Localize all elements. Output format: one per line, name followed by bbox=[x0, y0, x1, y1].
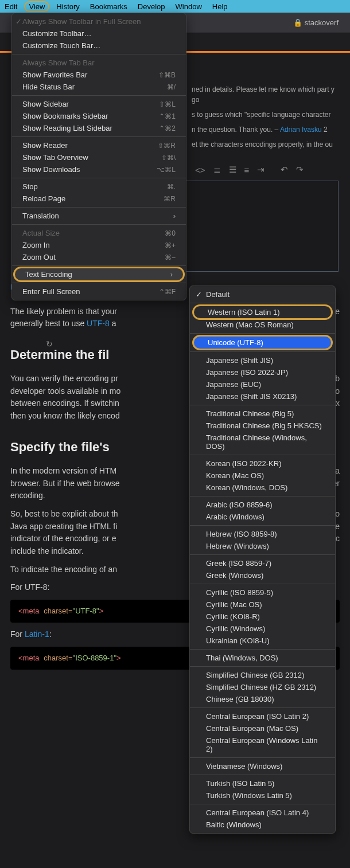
view-menu-show-downloads[interactable]: Show Downloads⌥⌘L bbox=[12, 163, 186, 175]
view-menu-hide-status-bar[interactable]: Hide Status Bar⌘/ bbox=[12, 81, 186, 93]
view-menu-stop[interactable]: Stop⌘. bbox=[12, 181, 186, 193]
encoding-traditional-chinese-big-5-[interactable]: Traditional Chinese (Big 5) bbox=[190, 408, 335, 420]
menu-bookmarks[interactable]: Bookmarks bbox=[90, 2, 127, 11]
encoding-greek-windows-[interactable]: Greek (Windows) bbox=[190, 569, 335, 581]
encoding-traditional-chinese-big-5-hkscs-[interactable]: Traditional Chinese (Big 5 HKSCS) bbox=[190, 420, 335, 432]
view-menu-customize-touch-bar-[interactable]: Customize Touch Bar… bbox=[12, 40, 186, 52]
encoding-western-iso-latin-1-[interactable]: Western (ISO Latin 1) bbox=[192, 304, 333, 320]
encoding-korean-mac-os-[interactable]: Korean (Mac OS) bbox=[190, 470, 335, 482]
menu-help[interactable]: Help bbox=[212, 2, 228, 11]
encoding-japanese-shift-jis-[interactable]: Japanese (Shift JIS) bbox=[190, 354, 335, 366]
history-icon[interactable]: ↻ bbox=[46, 339, 53, 349]
encoding-korean-iso-2022-kr-[interactable]: Korean (ISO 2022-KR) bbox=[190, 458, 335, 470]
encoding-baltic-windows-[interactable]: Baltic (Windows) bbox=[190, 819, 335, 831]
latin1-link[interactable]: Latin-1 bbox=[25, 630, 49, 639]
view-menu-customize-toolbar-[interactable]: Customize Toolbar… bbox=[12, 28, 186, 40]
encoding-central-european-iso-latin-2-[interactable]: Central European (ISO Latin 2) bbox=[190, 710, 335, 722]
encoding-cyrillic-koi8-r-[interactable]: Cyrillic (KOI8-R) bbox=[190, 611, 335, 623]
encoding-turkish-windows-latin-5-[interactable]: Turkish (Windows Latin 5) bbox=[190, 789, 335, 801]
view-menu-text-encoding[interactable]: Text Encoding› bbox=[13, 267, 185, 282]
view-menu-show-reading-list-sidebar[interactable]: Show Reading List Sidebar⌃⌘2 bbox=[12, 122, 186, 134]
view-menu-zoom-out[interactable]: Zoom Out⌘− bbox=[12, 251, 186, 263]
encoding-simplified-chinese-gb-2312-[interactable]: Simplified Chinese (GB 2312) bbox=[190, 669, 335, 681]
view-menu-show-bookmarks-sidebar[interactable]: Show Bookmarks Sidebar⌃⌘1 bbox=[12, 110, 186, 122]
encoding-hebrew-iso-8859-8-[interactable]: Hebrew (ISO 8859-8) bbox=[190, 528, 335, 540]
undo-icon[interactable]: ↶ bbox=[281, 165, 288, 175]
indent-icon[interactable]: ⇥ bbox=[257, 165, 265, 175]
menu-history[interactable]: History bbox=[56, 2, 79, 11]
view-menu-show-tab-overview[interactable]: Show Tab Overview⇧⌘\ bbox=[12, 151, 186, 163]
encoding-ukrainian-koi8-u-[interactable]: Ukrainian (KOI8-U) bbox=[190, 635, 335, 647]
lock-icon: 🔒 bbox=[293, 18, 302, 27]
encoding-cyrillic-mac-os-[interactable]: Cyrillic (Mac OS) bbox=[190, 599, 335, 611]
encoding-chinese-gb-18030-[interactable]: Chinese (GB 18030) bbox=[190, 693, 335, 705]
encoding-central-european-windows-latin-2-[interactable]: Central European (Windows Latin 2) bbox=[190, 734, 335, 755]
encoding-western-mac-os-roman-[interactable]: Western (Mac OS Roman) bbox=[190, 319, 335, 331]
editor-toolbar: <> ≣ ☰ ≡ ⇥ ↶ ↷ bbox=[184, 161, 350, 178]
encoding-thai-windows-dos-[interactable]: Thai (Windows, DOS) bbox=[190, 652, 335, 664]
code-icon[interactable]: <> bbox=[195, 165, 205, 175]
align-icon[interactable]: ≡ bbox=[244, 165, 250, 175]
list-ol-icon[interactable]: ≣ bbox=[213, 165, 221, 175]
encoding-arabic-windows-[interactable]: Arabic (Windows) bbox=[190, 511, 335, 523]
view-menu-dropdown: Always Show Toolbar in Full ScreenCustom… bbox=[11, 13, 186, 300]
user-link[interactable]: Adrian Ivasku bbox=[280, 126, 322, 134]
encoding-traditional-chinese-windows-dos-[interactable]: Traditional Chinese (Windows, DOS) bbox=[190, 432, 335, 452]
encoding-default[interactable]: Default bbox=[190, 288, 335, 300]
menu-window[interactable]: Window bbox=[176, 2, 202, 11]
comment: et the characters encodings properly, in… bbox=[192, 139, 342, 150]
encoding-turkish-iso-latin-5-[interactable]: Turkish (ISO Latin 5) bbox=[190, 777, 335, 789]
encoding-unicode-utf-8-[interactable]: Unicode (UTF-8) bbox=[192, 335, 333, 350]
encoding-simplified-chinese-hz-gb-2312-[interactable]: Simplified Chinese (HZ GB 2312) bbox=[190, 681, 335, 693]
view-menu-show-reader[interactable]: Show Reader⇧⌘R bbox=[12, 139, 186, 151]
view-menu-reload-page[interactable]: Reload Page⌘R bbox=[12, 193, 186, 205]
view-menu-show-sidebar[interactable]: Show Sidebar⇧⌘L bbox=[12, 98, 186, 110]
view-menu-always-show-toolbar-in-full-screen: Always Show Toolbar in Full Screen bbox=[12, 15, 186, 28]
encoding-japanese-euc-[interactable]: Japanese (EUC) bbox=[190, 378, 335, 390]
menu-edit[interactable]: Edit bbox=[5, 2, 17, 11]
encoding-vietnamese-windows-[interactable]: Vietnamese (Windows) bbox=[190, 760, 335, 772]
menubar: Edit View History Bookmarks Develop Wind… bbox=[0, 0, 350, 13]
encoding-central-european-iso-latin-4-[interactable]: Central European (ISO Latin 4) bbox=[190, 807, 335, 819]
utf8-link[interactable]: UTF-8 bbox=[87, 319, 110, 328]
encoding-central-european-mac-os-[interactable]: Central European (Mac OS) bbox=[190, 722, 335, 734]
text-encoding-submenu: DefaultWestern (ISO Latin 1)Western (Mac… bbox=[189, 286, 336, 834]
encoding-japanese-iso-2022-jp-[interactable]: Japanese (ISO 2022-JP) bbox=[190, 366, 335, 378]
comment: ned in details. Please let me know which… bbox=[192, 84, 342, 105]
encoding-cyrillic-iso-8859-5-[interactable]: Cyrillic (ISO 8859-5) bbox=[190, 587, 335, 599]
menu-develop[interactable]: Develop bbox=[138, 2, 165, 11]
encoding-korean-windows-dos-[interactable]: Korean (Windows, DOS) bbox=[190, 482, 335, 494]
url-host: stackoverf bbox=[305, 18, 339, 27]
comment: s to guess which "specific language char… bbox=[192, 110, 342, 120]
list-ul-icon[interactable]: ☰ bbox=[229, 165, 236, 175]
view-menu-zoom-in[interactable]: Zoom In⌘+ bbox=[12, 239, 186, 251]
view-menu-always-show-tab-bar: Always Show Tab Bar bbox=[12, 57, 186, 69]
view-menu-enter-full-screen[interactable]: Enter Full Screen⌃⌘F bbox=[12, 286, 186, 298]
comment: n the question. Thank you. – Adrian Ivas… bbox=[192, 124, 342, 135]
menu-view[interactable]: View bbox=[24, 1, 49, 12]
encoding-japanese-shift-jis-x0213-[interactable]: Japanese (Shift JIS X0213) bbox=[190, 390, 335, 402]
encoding-cyrillic-windows-[interactable]: Cyrillic (Windows) bbox=[190, 623, 335, 635]
encoding-greek-iso-8859-7-[interactable]: Greek (ISO 8859-7) bbox=[190, 557, 335, 569]
view-menu-translation[interactable]: Translation› bbox=[12, 210, 186, 222]
encoding-arabic-iso-8859-6-[interactable]: Arabic (ISO 8859-6) bbox=[190, 499, 335, 511]
redo-icon[interactable]: ↷ bbox=[296, 165, 304, 175]
encoding-hebrew-windows-[interactable]: Hebrew (Windows) bbox=[190, 540, 335, 552]
view-menu-actual-size: Actual Size⌘0 bbox=[12, 227, 186, 239]
view-menu-show-favorites-bar[interactable]: Show Favorites Bar⇧⌘B bbox=[12, 69, 186, 81]
